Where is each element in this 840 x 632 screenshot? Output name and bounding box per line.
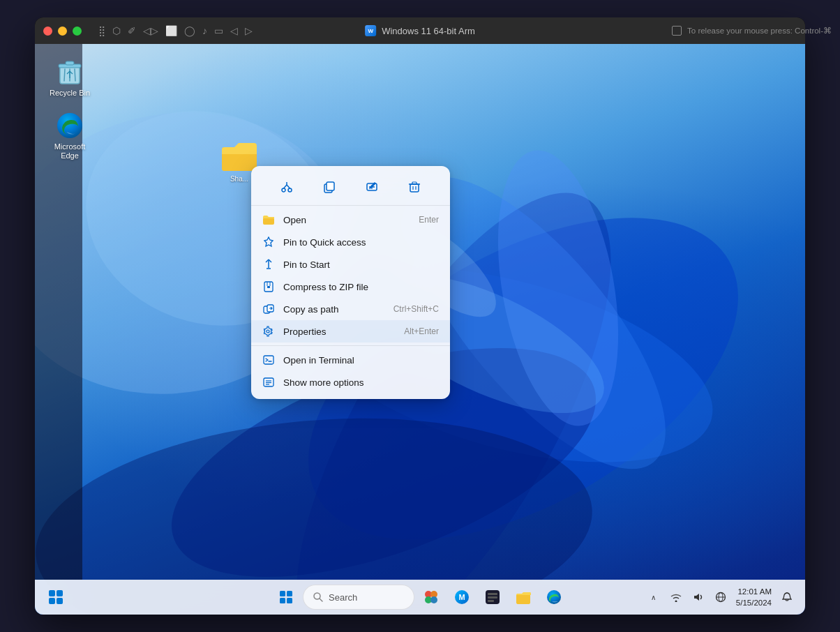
search-bar[interactable]: Search (303, 585, 414, 610)
clock-date: 5/15/2024 (736, 597, 772, 608)
ctx-properties[interactable]: Properties Alt+Enter (251, 320, 450, 343)
ctx-terminal[interactable]: Open in Terminal (251, 349, 450, 371)
system-tray: ∧ (644, 586, 797, 608)
windows-desktop[interactable]: Recycle Bin (35, 44, 805, 615)
svg-rect-20 (222, 149, 257, 154)
open-folder-icon (262, 213, 275, 226)
svg-rect-72 (488, 596, 497, 599)
svg-rect-61 (287, 598, 292, 603)
edge-taskbar-icon[interactable] (540, 583, 568, 611)
svg-rect-33 (412, 182, 417, 184)
share-icon[interactable]: ⬡ (112, 25, 121, 36)
svg-text:M: M (458, 593, 465, 601)
ctx-more-options[interactable]: Show more options (251, 371, 450, 393)
fullscreen-icon[interactable] (672, 26, 682, 36)
taskbar-left-area (40, 583, 71, 611)
terminal-label: Open in Terminal (283, 355, 439, 366)
svg-point-67 (430, 596, 437, 603)
tray-expand-icon[interactable]: ∧ (644, 587, 663, 607)
more-options-label: Show more options (283, 377, 439, 388)
widgets-icon[interactable] (40, 583, 71, 611)
svg-rect-36 (263, 218, 274, 225)
release-hint: To release your mouse press: Control-⌘ (687, 26, 805, 36)
clock-time: 12:01 AM (737, 586, 772, 597)
rename-button[interactable] (361, 176, 383, 198)
svg-line-14 (64, 69, 65, 81)
forward-arrow-icon[interactable]: ▷ (245, 25, 253, 36)
ctx-open[interactable]: Open Enter (251, 209, 450, 231)
taskbar-app1-icon[interactable]: M (448, 583, 476, 611)
properties-icon (262, 325, 275, 338)
open-shortcut: Enter (419, 215, 439, 225)
more-options-icon (262, 376, 275, 389)
search-label: Search (329, 592, 357, 603)
pin-quick-icon (262, 236, 275, 248)
properties-shortcut: Alt+Enter (404, 326, 439, 336)
svg-rect-57 (57, 598, 63, 604)
svg-rect-48 (264, 356, 273, 364)
compress-label: Compress to ZIP file (283, 282, 439, 292)
recycle-bin-icon[interactable]: Recycle Bin (45, 54, 95, 102)
pin-quick-label: Pin to Quick access (283, 237, 439, 248)
recycle-bin-image (56, 58, 84, 86)
edge-label: Microsoft Edge (49, 142, 91, 160)
tray-wifi-icon[interactable] (666, 587, 686, 607)
nav-back-icon[interactable]: ◁▷ (143, 25, 158, 36)
svg-rect-56 (49, 598, 55, 604)
svg-point-47 (267, 330, 269, 333)
svg-line-23 (283, 185, 287, 188)
taskbar-center: Search (272, 583, 568, 611)
person-icon[interactable]: ◯ (184, 25, 195, 36)
volume-icon[interactable]: ♪ (202, 25, 207, 36)
svg-rect-44 (267, 286, 270, 288)
properties-label: Properties (283, 326, 396, 337)
svg-rect-75 (516, 595, 530, 604)
tray-volume-icon[interactable] (689, 587, 708, 607)
copy-path-label: Copy as path (283, 304, 385, 315)
minimize-button[interactable] (58, 27, 67, 36)
desktop-icons-area: Recycle Bin (45, 54, 95, 165)
ctx-pin-start[interactable]: Pin to Start (251, 253, 450, 276)
ctx-compress[interactable]: Compress to ZIP file (251, 276, 450, 298)
edge-image (56, 112, 84, 140)
screen-icon[interactable]: ▭ (214, 25, 223, 36)
screwdriver-icon[interactable]: ✐ (128, 25, 136, 36)
back-arrow-icon[interactable]: ◁ (230, 25, 238, 36)
cut-button[interactable] (276, 176, 298, 198)
zip-icon (262, 280, 275, 293)
svg-point-77 (675, 601, 677, 603)
taskbar-app2-icon[interactable] (479, 583, 507, 611)
context-separator (251, 345, 450, 346)
recycle-bin-label: Recycle Bin (50, 89, 90, 98)
copy-button[interactable] (318, 176, 340, 198)
svg-rect-31 (410, 184, 419, 192)
ctx-copy-path[interactable]: Copy as path Ctrl+Shift+C (251, 298, 450, 320)
vm-icon: W (365, 25, 376, 36)
tray-language-icon[interactable] (711, 587, 730, 607)
sidebar-toggle-icon[interactable]: ⣿ (98, 25, 105, 36)
svg-line-16 (75, 69, 75, 81)
delete-button[interactable] (403, 176, 426, 198)
pin-start-icon (262, 258, 275, 271)
start-button[interactable] (272, 583, 300, 611)
pin-start-label: Pin to Start (283, 259, 439, 270)
taskbar-tools-icon[interactable] (417, 583, 445, 611)
svg-point-17 (57, 113, 82, 138)
svg-rect-27 (327, 182, 334, 190)
print-icon[interactable]: ⬜ (165, 25, 177, 36)
tray-notification-icon[interactable] (777, 587, 797, 607)
microsoft-edge-icon[interactable]: Microsoft Edge (45, 107, 95, 165)
taskbar: Search (35, 580, 805, 615)
file-explorer-icon[interactable] (509, 583, 537, 611)
close-button[interactable] (43, 27, 52, 36)
svg-rect-59 (287, 591, 292, 596)
svg-rect-13 (66, 61, 74, 65)
search-bar-icon (313, 592, 323, 602)
terminal-icon (262, 354, 275, 366)
maximize-button[interactable] (73, 27, 82, 36)
open-label: Open (283, 215, 410, 225)
svg-point-22 (288, 188, 292, 192)
svg-rect-60 (280, 598, 285, 603)
system-clock[interactable]: 12:01 AM 5/15/2024 (733, 586, 774, 608)
ctx-pin-quick[interactable]: Pin to Quick access (251, 231, 450, 253)
